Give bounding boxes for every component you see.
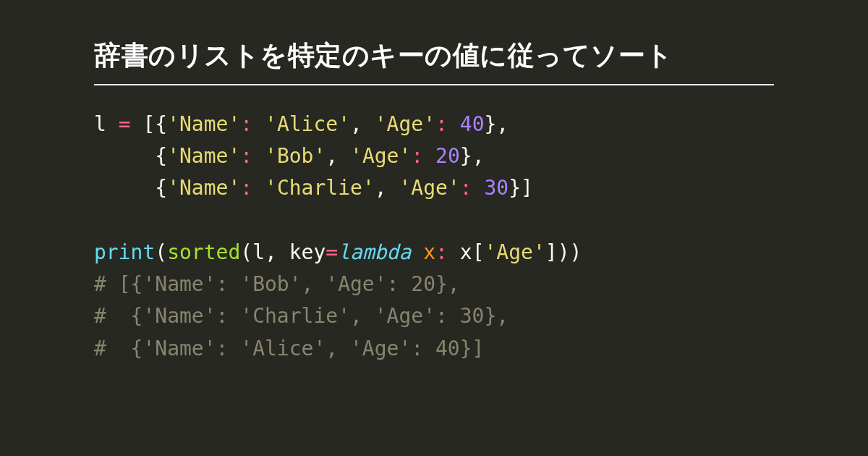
page-title: 辞書のリストを特定のキーの値に従ってソート — [94, 38, 774, 85]
code-block: l = [{'Name': 'Alice', 'Age': 40}, {'Nam… — [94, 109, 774, 365]
code-line-3: {'Name': 'Charlie', 'Age': 30}] — [94, 176, 533, 200]
code-line-2: {'Name': 'Bob', 'Age': 20}, — [94, 144, 485, 168]
code-comment-1: # [{'Name': 'Bob', 'Age': 20}, — [94, 272, 460, 296]
code-comment-3: # {'Name': 'Alice', 'Age': 40}] — [94, 337, 484, 360]
code-line-5: print(sorted(l, key=lambda x: x['Age'])) — [94, 240, 582, 264]
code-line-1: l = [{'Name': 'Alice', 'Age': 40}, — [94, 112, 509, 136]
code-comment-2: # {'Name': 'Charlie', 'Age': 30}, — [94, 304, 509, 328]
